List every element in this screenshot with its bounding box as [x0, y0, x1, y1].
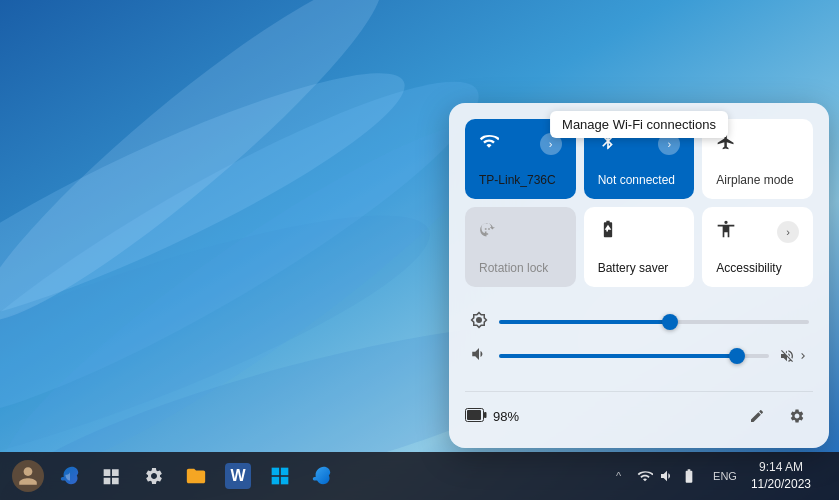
brightness-slider[interactable]: [499, 320, 809, 324]
clock[interactable]: 9:14 AM 11/20/2023: [745, 457, 817, 495]
taskbar-left: W: [8, 456, 342, 496]
taskbar-edge[interactable]: [302, 456, 342, 496]
brightness-thumb[interactable]: [662, 314, 678, 330]
language-indicator[interactable]: ENG: [709, 468, 741, 484]
wifi-label: TP-Link_736C: [479, 173, 562, 187]
tiles-grid: › TP-Link_736C › Not connected: [465, 119, 813, 287]
brightness-row: [469, 311, 809, 333]
accessibility-tile[interactable]: › Accessibility: [702, 207, 813, 287]
battery-saver-label: Battery saver: [598, 261, 681, 275]
svg-rect-10: [272, 468, 280, 476]
word-icon: W: [225, 463, 251, 489]
airplane-tile-top: [716, 131, 799, 156]
battery-saver-tile[interactable]: Battery saver: [584, 207, 695, 287]
battery-info: 98%: [465, 406, 519, 427]
volume-thumb[interactable]: [729, 348, 745, 364]
settings-button[interactable]: [781, 400, 813, 432]
battery-saver-tile-top: [598, 219, 681, 244]
brightness-fill: [499, 320, 670, 324]
taskbar-start[interactable]: [260, 456, 300, 496]
tray-battery-icon: [681, 468, 697, 484]
battery-icon: [465, 406, 487, 427]
brightness-icon: [469, 311, 489, 333]
tray-volume-icon: [659, 468, 675, 484]
bluetooth-tile[interactable]: › Not connected: [584, 119, 695, 199]
tray-wifi-icon: [637, 468, 653, 484]
volume-fill: [499, 354, 737, 358]
taskbar: W ^: [0, 452, 839, 500]
accessibility-chevron[interactable]: ›: [777, 221, 799, 243]
taskbar-file-explorer[interactable]: [176, 456, 216, 496]
wifi-tile-top: ›: [479, 131, 562, 156]
taskbar-task-view[interactable]: [92, 456, 132, 496]
volume-output-selector[interactable]: [779, 348, 809, 364]
taskbar-edge-beta[interactable]: [50, 456, 90, 496]
panel-actions: [741, 400, 813, 432]
svg-rect-11: [281, 468, 289, 476]
wifi-icon: [479, 131, 499, 156]
rotation-tile-top: [479, 219, 562, 244]
rotation-lock-tile[interactable]: Rotation lock: [465, 207, 576, 287]
quick-settings-panel: Manage Wi-Fi connections › TP-Link_736C: [449, 103, 829, 448]
taskbar-word[interactable]: W: [218, 456, 258, 496]
battery-percent: 98%: [493, 409, 519, 424]
date-display: 11/20/2023: [751, 476, 811, 493]
airplane-label: Airplane mode: [716, 173, 799, 187]
time-display: 9:14 AM: [759, 459, 803, 476]
taskbar-avatar[interactable]: [8, 456, 48, 496]
taskbar-settings[interactable]: [134, 456, 174, 496]
svg-rect-12: [272, 477, 280, 485]
svg-rect-8: [467, 410, 481, 420]
rotation-lock-icon: [479, 219, 499, 244]
sliders-section: [465, 303, 813, 375]
system-tray-icons[interactable]: [629, 464, 705, 488]
edit-button[interactable]: [741, 400, 773, 432]
accessibility-label: Accessibility: [716, 261, 799, 275]
wifi-chevron[interactable]: ›: [540, 133, 562, 155]
taskbar-right: ^ ENG 9:14 AM 11/20/2023: [612, 457, 831, 495]
bluetooth-icon: [598, 131, 618, 156]
airplane-icon: [716, 131, 736, 156]
notification-icon[interactable]: [823, 472, 831, 480]
volume-icon: [469, 345, 489, 367]
show-hidden-icons-button[interactable]: ^: [612, 466, 625, 486]
volume-slider[interactable]: [499, 354, 769, 358]
wifi-tile[interactable]: › TP-Link_736C: [465, 119, 576, 199]
airplane-tile[interactable]: Airplane mode: [702, 119, 813, 199]
rotation-lock-label: Rotation lock: [479, 261, 562, 275]
panel-bottom: 98%: [465, 391, 813, 432]
svg-rect-9: [484, 412, 487, 418]
accessibility-tile-top: ›: [716, 219, 799, 244]
volume-row: [469, 345, 809, 367]
bluetooth-tile-top: ›: [598, 131, 681, 156]
svg-rect-13: [281, 477, 289, 485]
bluetooth-label: Not connected: [598, 173, 681, 187]
bluetooth-chevron[interactable]: ›: [658, 133, 680, 155]
battery-saver-icon: [598, 219, 618, 244]
user-avatar: [12, 460, 44, 492]
accessibility-icon: [716, 219, 736, 244]
